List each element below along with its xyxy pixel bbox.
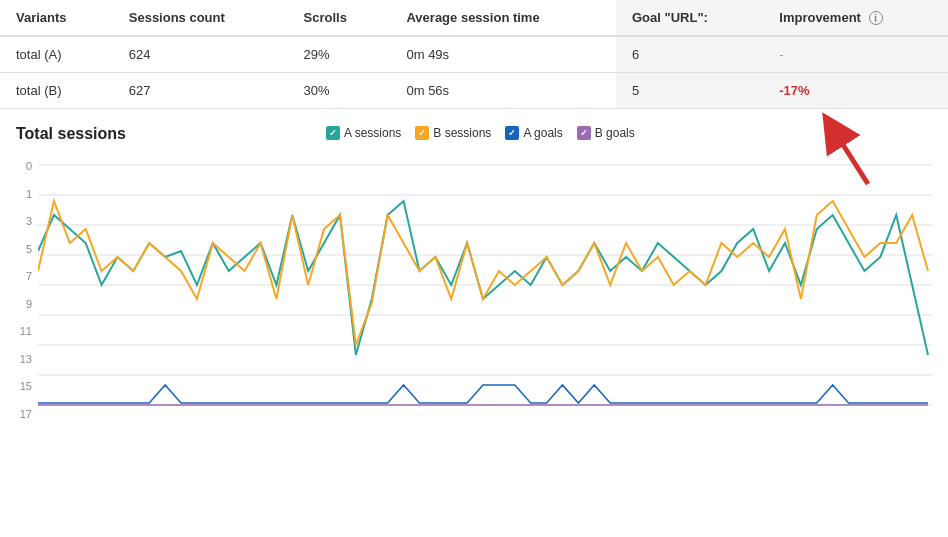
cell-sessions-a: 624 <box>113 36 288 73</box>
chart-plot <box>38 155 932 420</box>
svg-line-1 <box>833 129 868 184</box>
cell-sessions-b: 627 <box>113 73 288 109</box>
legend-a-goals[interactable]: ✓ A goals <box>505 126 562 140</box>
cell-variant-a: total (A) <box>0 36 113 73</box>
chart-area: 17 15 13 11 9 7 5 3 1 0 <box>16 155 932 445</box>
a-sessions-line <box>38 201 928 355</box>
chart-legend: ✓ A sessions ✓ B sessions ✓ A goals ✓ B … <box>326 126 635 140</box>
cell-scrolls-a: 29% <box>288 36 391 73</box>
line-chart-svg <box>38 155 932 420</box>
col-header-variants: Variants <box>0 0 113 36</box>
b-sessions-line <box>38 201 928 345</box>
col-header-sessions-count: Sessions count <box>113 0 288 36</box>
cell-scrolls-b: 30% <box>288 73 391 109</box>
legend-a-sessions[interactable]: ✓ A sessions <box>326 126 401 140</box>
legend-a-goals-icon: ✓ <box>505 126 519 140</box>
cell-avg-time-a: 0m 49s <box>390 36 616 73</box>
cell-goal-b: 5 <box>616 73 763 109</box>
y-axis: 17 15 13 11 9 7 5 3 1 0 <box>16 160 38 420</box>
cell-improvement-a: - <box>763 36 948 73</box>
cell-variant-b: total (B) <box>0 73 113 109</box>
legend-b-sessions[interactable]: ✓ B sessions <box>415 126 491 140</box>
col-header-goal-url: Goal "URL": <box>616 0 763 36</box>
chart-title: Total sessions <box>16 125 126 143</box>
chart-section: Total sessions ✓ A sessions ✓ B sessions… <box>0 109 948 445</box>
cell-goal-a: 6 <box>616 36 763 73</box>
legend-a-sessions-icon: ✓ <box>326 126 340 140</box>
col-header-improvement: Improvement i <box>763 0 948 36</box>
col-header-avg-session-time: Average session time <box>390 0 616 36</box>
ab-test-table: Variants Sessions count Scrolls Average … <box>0 0 948 109</box>
info-icon[interactable]: i <box>869 11 883 25</box>
legend-b-goals[interactable]: ✓ B goals <box>577 126 635 140</box>
legend-b-sessions-icon: ✓ <box>415 126 429 140</box>
col-header-scrolls: Scrolls <box>288 0 391 36</box>
table-row: total (A) 624 29% 0m 49s 6 - <box>0 36 948 73</box>
legend-b-goals-icon: ✓ <box>577 126 591 140</box>
cell-avg-time-b: 0m 56s <box>390 73 616 109</box>
a-goals-line <box>38 385 928 403</box>
arrow-annotation <box>798 99 888 189</box>
